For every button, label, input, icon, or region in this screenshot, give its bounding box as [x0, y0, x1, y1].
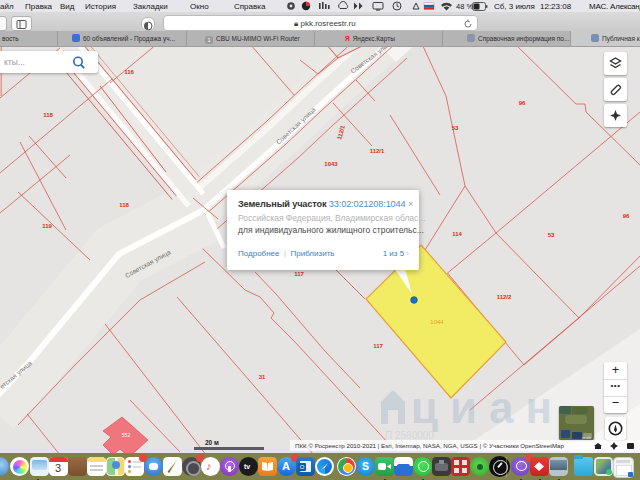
svg-text:114: 114: [452, 231, 462, 237]
svg-text:1044: 1044: [430, 319, 444, 325]
svg-text:112/1: 112/1: [370, 148, 385, 154]
svg-text:96: 96: [519, 100, 526, 106]
svg-text:116: 116: [124, 69, 134, 75]
svg-text:117: 117: [294, 271, 304, 277]
svg-text:53: 53: [452, 125, 459, 131]
svg-text:1043: 1043: [324, 161, 338, 167]
svg-text:119: 119: [42, 223, 52, 229]
svg-text:117: 117: [373, 343, 383, 349]
svg-text:118: 118: [43, 112, 53, 118]
svg-text:96: 96: [623, 213, 630, 219]
svg-text:118: 118: [119, 202, 129, 208]
svg-text:53: 53: [548, 232, 555, 238]
svg-text:31: 31: [259, 374, 266, 380]
svg-text:552: 552: [122, 432, 131, 438]
svg-text:112/2: 112/2: [497, 294, 512, 300]
